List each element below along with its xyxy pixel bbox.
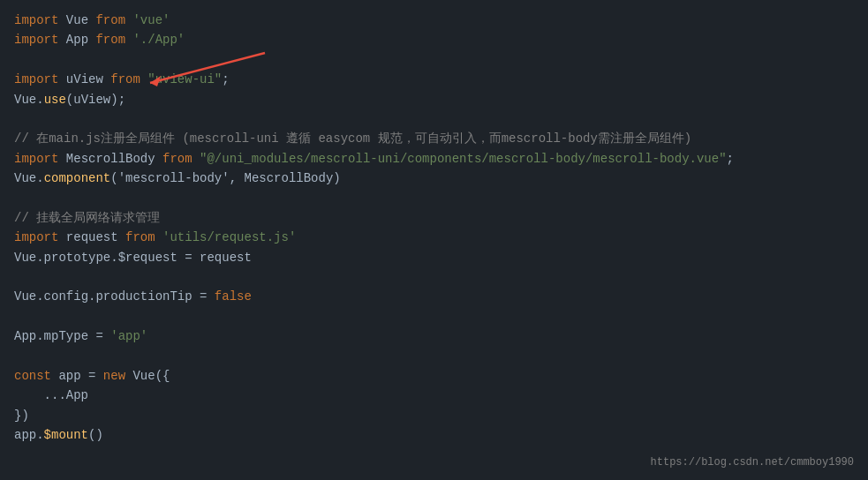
- code-token: MescrollBody: [58, 152, 162, 166]
- code-line: [14, 347, 854, 366]
- code-line: app.$mount(): [14, 425, 854, 445]
- code-token: $request: [118, 251, 177, 265]
- code-token: = request: [177, 251, 252, 265]
- code-token: new: [103, 369, 125, 383]
- code-token: $mount: [44, 428, 88, 442]
- code-token: [155, 230, 162, 244]
- code-token: App: [58, 33, 95, 47]
- code-token: .mpType =: [36, 329, 110, 343]
- code-token: uView: [58, 72, 110, 86]
- code-container: import Vue from 'vue'import App from './…: [0, 0, 868, 456]
- code-line: import App from './App': [14, 30, 854, 49]
- code-line: App.mpType = 'app': [14, 326, 854, 346]
- code-token: from: [110, 72, 140, 86]
- code-token: const: [14, 369, 51, 383]
- code-token: Vue: [14, 93, 36, 107]
- code-token: 'app': [110, 329, 147, 343]
- code-line: [14, 189, 854, 208]
- code-token: app =: [51, 369, 103, 383]
- code-token: 'utils/request.js': [162, 230, 296, 244]
- code-token: Vue: [14, 289, 36, 304]
- code-line: [14, 307, 854, 326]
- code-token: (uView);: [66, 93, 125, 107]
- code-token: // 在main.js注册全局组件 (mescroll-uni 遵循 easyc…: [14, 131, 691, 146]
- code-token: }): [14, 409, 29, 423]
- code-token: Vue: [14, 171, 36, 185]
- code-token: from: [95, 13, 125, 27]
- code-line: import request from 'utils/request.js': [14, 228, 854, 247]
- code-line: }): [14, 406, 854, 425]
- code-line: import Vue from 'vue': [14, 11, 854, 30]
- code-line: // 挂载全局网络请求管理: [14, 208, 854, 228]
- code-token: from: [162, 152, 192, 166]
- code-line: Vue.config.productionTip = false: [14, 287, 854, 306]
- code-line: const app = new Vue({: [14, 366, 854, 386]
- code-line: Vue.use(uView);: [14, 90, 854, 109]
- code-token: component: [44, 171, 111, 185]
- code-token: import: [14, 13, 58, 27]
- code-token: import: [14, 72, 58, 86]
- code-line: import MescrollBody from "@/uni_modules/…: [14, 149, 854, 169]
- code-token: .config.productionTip =: [36, 289, 215, 304]
- code-line: [14, 267, 854, 287]
- code-token: "@/uni_modules/mescroll-uni/components/m…: [200, 152, 727, 166]
- code-token: Vue: [14, 251, 36, 265]
- code-token: .: [36, 93, 43, 107]
- code-token: App: [14, 329, 36, 343]
- code-line: // 在main.js注册全局组件 (mescroll-uni 遵循 easyc…: [14, 129, 854, 148]
- code-token: ('mescroll-body', MescrollBody): [110, 171, 340, 185]
- code-token: './App': [132, 33, 185, 47]
- code-token: use: [44, 93, 66, 107]
- code-token: 'vue': [132, 13, 170, 27]
- code-token: [192, 152, 200, 166]
- url-footer: https://blog.csdn.net/cmmboy1990: [651, 454, 854, 471]
- code-token: Vue: [58, 13, 95, 27]
- code-token: .: [36, 171, 43, 185]
- code-token: ;: [727, 152, 734, 166]
- code-token: import: [14, 152, 58, 166]
- code-token: from: [95, 33, 125, 47]
- code-token: Vue({: [125, 369, 170, 383]
- code-token: false: [215, 289, 252, 304]
- code-token: app.: [14, 428, 44, 442]
- code-token: import: [14, 33, 58, 47]
- code-line: [14, 109, 854, 129]
- code-token: .prototype.: [36, 251, 117, 265]
- code-token: import: [14, 230, 58, 244]
- code-block: import Vue from 'vue'import App from './…: [14, 11, 854, 446]
- code-token: "uview-ui": [147, 72, 222, 86]
- code-line: import uView from "uview-ui";: [14, 70, 854, 89]
- code-line: Vue.component('mescroll-body', MescrollB…: [14, 169, 854, 188]
- code-line: ...App: [14, 386, 854, 405]
- code-token: ;: [222, 72, 229, 86]
- code-line: [14, 50, 854, 70]
- code-token: (): [88, 428, 103, 442]
- code-token: request: [58, 230, 125, 244]
- code-token: // 挂载全局网络请求管理: [14, 211, 160, 225]
- code-token: [140, 72, 147, 86]
- code-line: Vue.prototype.$request = request: [14, 248, 854, 267]
- code-token: ...App: [14, 388, 88, 402]
- code-token: from: [125, 230, 155, 244]
